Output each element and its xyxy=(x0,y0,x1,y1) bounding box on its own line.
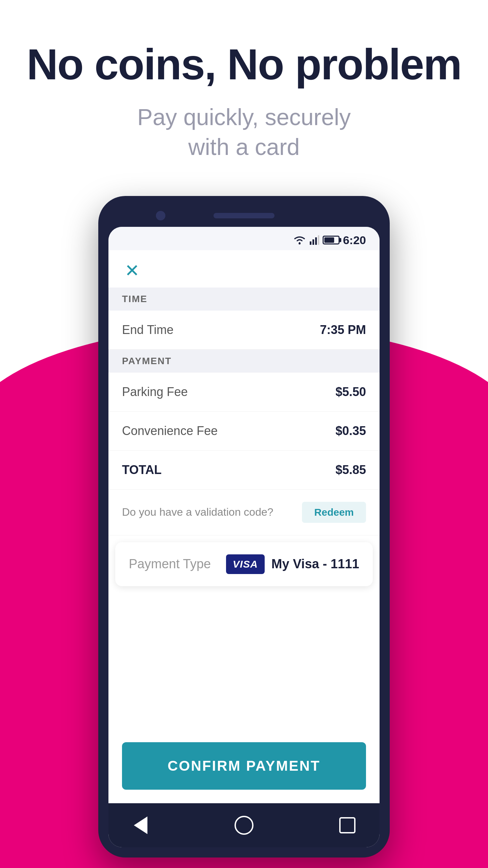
redeem-button[interactable]: Redeem xyxy=(302,502,366,523)
phone-bottom-nav xyxy=(108,803,380,847)
visa-badge: VISA xyxy=(226,554,265,574)
wifi-icon xyxy=(293,235,306,245)
end-time-label: End Time xyxy=(122,323,174,337)
convenience-fee-label: Convenience Fee xyxy=(122,424,218,438)
battery-icon xyxy=(323,236,340,244)
svg-point-0 xyxy=(299,242,301,244)
screen-content: ✕ TIME End Time 7:35 PM PAYMENT xyxy=(108,250,380,803)
subtitle-line2: with a card xyxy=(188,134,300,160)
confirm-payment-button[interactable]: CONFIRM PAYMENT xyxy=(122,742,366,790)
header-section: No coins, No problem Pay quickly, secure… xyxy=(0,0,488,182)
payment-header-text: PAYMENT xyxy=(122,356,171,366)
convenience-fee-row: Convenience Fee $0.35 xyxy=(108,412,380,451)
parking-fee-row: Parking Fee $5.50 xyxy=(108,373,380,412)
status-bar: 6:20 xyxy=(108,227,380,250)
status-icons: 6:20 xyxy=(293,234,366,247)
status-time: 6:20 xyxy=(343,234,366,247)
time-header-text: TIME xyxy=(122,294,147,304)
total-label: TOTAL xyxy=(122,463,162,477)
close-button[interactable]: ✕ xyxy=(122,260,142,281)
payment-type-card[interactable]: Payment Type VISA My Visa - 1111 xyxy=(115,542,373,586)
close-bar: ✕ xyxy=(108,250,380,288)
phone-camera xyxy=(156,211,165,220)
total-row: TOTAL $5.85 xyxy=(108,451,380,490)
white-space-area xyxy=(115,593,373,735)
svg-rect-2 xyxy=(312,239,314,245)
end-time-value: 7:35 PM xyxy=(320,323,366,337)
svg-rect-1 xyxy=(310,241,311,245)
payment-type-label: Payment Type xyxy=(129,557,211,571)
phone-speaker xyxy=(214,213,274,218)
subtitle-line1: Pay quickly, securely xyxy=(137,104,351,130)
phone-frame: 6:20 ✕ TIME End Time 7:35 PM xyxy=(98,196,390,857)
validation-row: Do you have a validation code? Redeem xyxy=(108,490,380,535)
phone-wrapper: 6:20 ✕ TIME End Time 7:35 PM xyxy=(0,196,488,857)
svg-rect-3 xyxy=(315,237,317,245)
parking-fee-value: $5.50 xyxy=(336,385,366,399)
phone-screen: 6:20 ✕ TIME End Time 7:35 PM xyxy=(108,227,380,847)
subtitle: Pay quickly, securely with a card xyxy=(0,102,488,162)
back-nav-icon xyxy=(134,816,147,834)
convenience-fee-value: $0.35 xyxy=(336,424,366,438)
home-nav-icon xyxy=(235,816,253,835)
recent-nav-icon xyxy=(339,817,355,833)
main-title: No coins, No problem xyxy=(0,41,488,88)
parking-fee-label: Parking Fee xyxy=(122,385,188,399)
card-name: My Visa - 1111 xyxy=(271,557,359,571)
signal-icon xyxy=(310,235,319,245)
payment-type-right: VISA My Visa - 1111 xyxy=(226,554,359,574)
back-nav-button[interactable] xyxy=(129,813,152,837)
payment-section-header: PAYMENT xyxy=(108,350,380,373)
confirm-btn-wrapper: CONFIRM PAYMENT xyxy=(115,735,373,803)
svg-rect-4 xyxy=(318,235,319,245)
time-section-header: TIME xyxy=(108,288,380,311)
recent-nav-button[interactable] xyxy=(336,813,359,837)
phone-top-bar xyxy=(108,206,380,227)
close-icon: ✕ xyxy=(125,262,140,279)
validation-question: Do you have a validation code? xyxy=(122,506,273,518)
home-nav-button[interactable] xyxy=(232,813,256,837)
total-value: $5.85 xyxy=(336,463,366,477)
end-time-row: End Time 7:35 PM xyxy=(108,311,380,350)
